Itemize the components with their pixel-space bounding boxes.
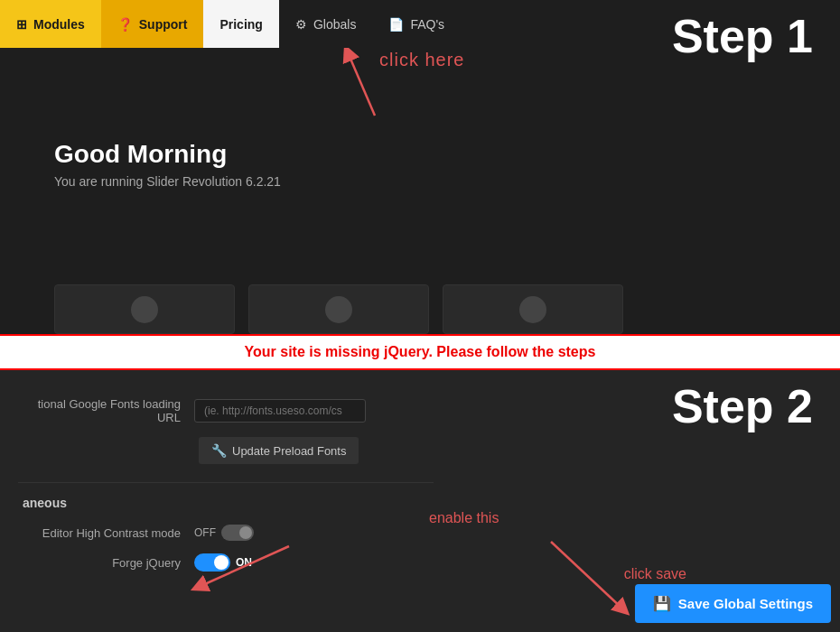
card-dot-1 xyxy=(131,296,158,323)
enable-this-text: enable this xyxy=(429,510,499,526)
cards-row xyxy=(54,284,623,334)
card-1 xyxy=(54,284,235,334)
svg-line-1 xyxy=(348,52,375,116)
high-contrast-toggle[interactable]: OFF xyxy=(194,525,254,541)
nav-globals-label: Globals xyxy=(313,17,356,32)
section-title: aneous xyxy=(18,496,434,510)
high-contrast-label: Editor High Contrast mode xyxy=(18,526,181,540)
greeting-sub: You are running Slider Revolution 6.2.21 xyxy=(54,174,281,189)
card-dot-3 xyxy=(519,296,546,323)
top-section: ⊞ Modules ❓ Support Pricing ⚙ Globals 📄 … xyxy=(0,0,840,334)
toggle-off-thumb xyxy=(239,526,252,539)
svg-line-3 xyxy=(199,546,289,587)
toggle-off-text: OFF xyxy=(194,526,216,539)
nav-modules[interactable]: ⊞ Modules xyxy=(0,0,101,48)
click-save-text: click save xyxy=(624,566,686,582)
card-3 xyxy=(443,284,623,334)
nav-support[interactable]: ❓ Support xyxy=(101,0,204,48)
step1-label: Step 1 xyxy=(672,9,813,63)
nav-modules-label: Modules xyxy=(33,17,85,32)
nav-support-label: Support xyxy=(139,17,188,32)
save-icon: 💾 xyxy=(653,595,671,612)
svg-line-5 xyxy=(551,542,623,609)
bottom-section: Step 2 tional Google Fonts loading URL 🔧… xyxy=(0,370,840,632)
support-icon: ❓ xyxy=(117,17,133,32)
fonts-url-label: tional Google Fonts loading URL xyxy=(18,397,181,424)
card-2 xyxy=(248,284,429,334)
settings-divider xyxy=(18,482,434,483)
step2-label: Step 2 xyxy=(672,379,813,433)
modules-icon: ⊞ xyxy=(16,17,27,32)
fonts-url-input[interactable] xyxy=(194,399,366,423)
toggle-off-track xyxy=(221,525,254,541)
nav-pricing-label: Pricing xyxy=(219,17,262,32)
save-global-settings-button[interactable]: 💾 Save Global Settings xyxy=(635,584,831,623)
warning-text: Your site is missing jQuery. Please foll… xyxy=(245,344,596,360)
high-contrast-row: Editor High Contrast mode OFF xyxy=(18,525,434,541)
forge-jquery-label: Forge jQuery xyxy=(18,556,181,570)
card-dot-2 xyxy=(325,296,352,323)
fonts-url-row: tional Google Fonts loading URL xyxy=(18,397,434,424)
save-btn-label: Save Global Settings xyxy=(678,596,813,611)
nav-pricing[interactable]: Pricing xyxy=(203,0,278,48)
update-btn-label: Update Preload Fonts xyxy=(232,444,346,458)
nav-faqs[interactable]: 📄 FAQ's xyxy=(372,0,461,48)
greeting-section: Good Morning You are running Slider Revo… xyxy=(54,140,281,189)
arrow2-svg xyxy=(181,542,298,596)
globals-icon: ⚙ xyxy=(295,17,307,32)
greeting-title: Good Morning xyxy=(54,140,281,169)
nav-globals[interactable]: ⚙ Globals xyxy=(279,0,372,48)
faqs-icon: 📄 xyxy=(388,17,404,32)
click-here-text: click here xyxy=(379,50,464,70)
wrench-icon: 🔧 xyxy=(211,443,227,458)
update-preload-fonts-button[interactable]: 🔧 Update Preload Fonts xyxy=(199,437,359,464)
nav-faqs-label: FAQ's xyxy=(410,17,444,32)
warning-bar: Your site is missing jQuery. Please foll… xyxy=(0,334,840,370)
